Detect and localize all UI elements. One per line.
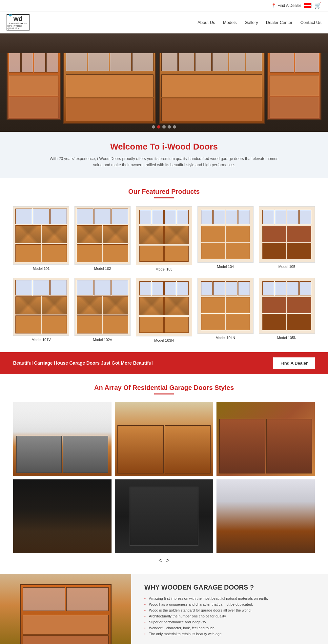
panel <box>226 243 250 259</box>
gallery-image-2[interactable] <box>115 402 213 476</box>
slider-dot-2[interactable] <box>157 125 160 129</box>
featured-products-section: Our Featured Products Model 1 <box>0 178 328 352</box>
logo-tagline: UPLIFTING QUALITY <box>7 25 29 30</box>
panel-x <box>77 296 102 314</box>
window <box>94 209 111 224</box>
window <box>275 210 287 224</box>
logo-box: 🐦 wd i-wood | doors UPLIFTING QUALITY <box>7 14 30 30</box>
nav-about-us[interactable]: About Us <box>197 20 215 25</box>
product-102-img <box>74 206 131 264</box>
products-grid-row1: Model 101 Model 102 <box>13 206 315 271</box>
gallery-image-5[interactable] <box>115 479 213 553</box>
nav-dealer-center[interactable]: Dealer Center <box>266 20 293 25</box>
product-105n[interactable]: Model 105N <box>259 278 315 342</box>
product-101v-label: Model 101V <box>13 338 69 342</box>
product-103n-img <box>136 278 192 336</box>
product-104n[interactable]: Model 104N <box>197 278 254 342</box>
product-105n-img <box>259 278 315 334</box>
why-content: WHY WOODEN GARAGE DOORS ? Amazing first … <box>131 574 328 644</box>
gallery-underline <box>154 393 174 394</box>
gallery-prev-button[interactable]: < <box>158 557 162 564</box>
why-section: WHY WOODEN GARAGE DOORS ? Amazing first … <box>0 574 328 644</box>
panel-x <box>139 297 164 315</box>
product-101v[interactable]: Model 101V <box>13 278 69 342</box>
window <box>177 281 189 295</box>
window <box>238 210 250 224</box>
window <box>299 210 311 224</box>
why-point-5: Superior performance and longevity. <box>144 620 315 624</box>
main-navigation: 🐦 wd i-wood | doors UPLIFTING QUALITY Ab… <box>0 11 328 33</box>
panel <box>201 226 225 242</box>
panel <box>262 314 287 330</box>
window <box>275 281 287 295</box>
window <box>226 210 237 224</box>
product-103n[interactable]: Model 103N <box>136 278 192 342</box>
panel <box>164 317 189 333</box>
product-105[interactable]: Model 105 <box>259 206 315 271</box>
nav-gallery[interactable]: Gallery <box>245 20 258 25</box>
product-103n-label: Model 103N <box>136 338 192 342</box>
panel <box>226 297 250 313</box>
welcome-text: With 20 years' experience, i-Wood Doors … <box>49 156 279 168</box>
nav-links: About Us Models Gallery Dealer Center Co… <box>197 20 321 25</box>
window <box>262 210 274 224</box>
product-104[interactable]: Model 104 <box>197 206 254 271</box>
panel <box>287 314 311 330</box>
window <box>177 210 189 224</box>
window <box>201 281 213 295</box>
window <box>15 209 32 224</box>
cart-icon[interactable]: 🛒 <box>314 2 321 9</box>
panel <box>103 244 129 262</box>
slider-dot-3[interactable] <box>162 125 166 129</box>
gallery-title: An Array Of Residential Garage Doors Sty… <box>13 384 315 392</box>
product-103-label: Model 103 <box>136 267 192 271</box>
panel-x <box>77 225 102 243</box>
window <box>33 280 50 295</box>
window <box>112 209 128 224</box>
featured-title: Our Featured Products <box>13 188 315 195</box>
window <box>94 280 111 295</box>
panel-x <box>15 225 41 243</box>
product-103-img <box>136 206 192 265</box>
panel <box>164 246 189 262</box>
product-102v[interactable]: Model 102V <box>74 278 131 342</box>
panel-x <box>103 296 129 314</box>
nav-contact-us[interactable]: Contact Us <box>300 20 321 25</box>
gallery-image-3[interactable] <box>216 402 315 476</box>
slider-dot-1[interactable] <box>152 125 155 129</box>
why-image <box>0 574 131 644</box>
panel-x <box>103 225 129 243</box>
panel <box>77 315 102 333</box>
product-101[interactable]: Model 101 <box>13 206 69 271</box>
find-dealer-button[interactable]: Find A Dealer <box>273 357 315 369</box>
why-point-4: Architecturally the number one choice fo… <box>144 614 315 618</box>
why-point-6: Wonderful character, look, feel and touc… <box>144 626 315 630</box>
slider-dots <box>152 125 176 129</box>
nav-models[interactable]: Models <box>223 20 237 25</box>
slider-dot-4[interactable] <box>168 125 171 129</box>
window <box>226 281 237 295</box>
gallery-image-6[interactable] <box>216 479 315 553</box>
panel <box>139 317 164 333</box>
product-102[interactable]: Model 102 <box>74 206 131 271</box>
product-103[interactable]: Model 103 <box>136 206 192 271</box>
logo-sub: doors <box>20 22 27 25</box>
top-bar: 📍 Find A Dealer 🛒 <box>0 0 328 11</box>
window <box>299 281 311 295</box>
find-dealer-top[interactable]: 📍 Find A Dealer <box>271 3 301 8</box>
products-grid-row2: Model 101V Model 102V <box>13 278 315 342</box>
product-105n-label: Model 105N <box>259 336 315 340</box>
window <box>164 210 176 224</box>
slider-dot-5[interactable] <box>173 125 176 129</box>
window <box>139 210 151 224</box>
window <box>262 281 274 295</box>
panel-x <box>15 296 41 314</box>
gallery-image-4[interactable] <box>13 479 112 553</box>
product-105-label: Model 105 <box>259 265 315 269</box>
gallery-image-1[interactable] <box>13 402 112 476</box>
logo-bird-icon: 🐦 <box>9 13 12 17</box>
panel <box>103 315 129 333</box>
gallery-next-button[interactable]: > <box>166 557 170 564</box>
product-105-img <box>259 206 315 262</box>
logo[interactable]: 🐦 wd i-wood | doors UPLIFTING QUALITY <box>7 14 30 30</box>
